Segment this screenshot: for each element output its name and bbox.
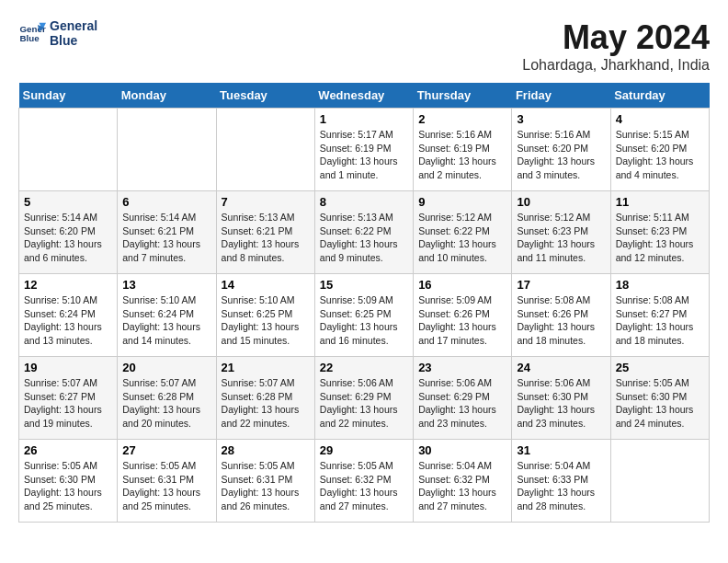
- calendar-cell: 9Sunrise: 5:12 AMSunset: 6:22 PMDaylight…: [414, 191, 512, 274]
- day-info: Sunrise: 5:08 AMSunset: 6:27 PMDaylight:…: [616, 293, 704, 348]
- logo-icon: General Blue: [18, 19, 46, 47]
- weekday-header: Saturday: [610, 83, 709, 109]
- logo: General Blue General Blue: [18, 18, 97, 48]
- day-number: 3: [517, 112, 605, 126]
- calendar-cell: 13Sunrise: 5:10 AMSunset: 6:24 PMDayligh…: [118, 274, 216, 357]
- day-number: 24: [517, 361, 605, 374]
- day-number: 30: [418, 443, 506, 457]
- day-number: 13: [122, 278, 210, 292]
- day-info: Sunrise: 5:10 AMSunset: 6:24 PMDaylight:…: [122, 293, 210, 348]
- day-info: Sunrise: 5:15 AMSunset: 6:20 PMDaylight:…: [616, 128, 704, 182]
- calendar-week-row: 19Sunrise: 5:07 AMSunset: 6:27 PMDayligh…: [19, 357, 710, 440]
- day-info: Sunrise: 5:08 AMSunset: 6:26 PMDaylight:…: [517, 293, 605, 348]
- day-info: Sunrise: 5:12 AMSunset: 6:23 PMDaylight:…: [517, 211, 605, 265]
- calendar-cell: 31Sunrise: 5:04 AMSunset: 6:33 PMDayligh…: [512, 440, 610, 523]
- day-info: Sunrise: 5:06 AMSunset: 6:29 PMDaylight:…: [418, 376, 506, 431]
- day-info: Sunrise: 5:14 AMSunset: 6:21 PMDaylight:…: [122, 211, 210, 265]
- calendar-cell: 17Sunrise: 5:08 AMSunset: 6:26 PMDayligh…: [512, 274, 610, 357]
- day-number: 15: [320, 278, 408, 292]
- calendar-cell: 25Sunrise: 5:05 AMSunset: 6:30 PMDayligh…: [610, 357, 709, 440]
- day-number: 21: [222, 361, 310, 374]
- day-number: 8: [320, 195, 408, 209]
- calendar-cell: 8Sunrise: 5:13 AMSunset: 6:22 PMDaylight…: [314, 191, 413, 274]
- calendar-cell: 2Sunrise: 5:16 AMSunset: 6:19 PMDaylight…: [414, 109, 512, 191]
- day-number: 26: [24, 443, 112, 457]
- day-number: 7: [222, 195, 310, 209]
- calendar-cell: 22Sunrise: 5:06 AMSunset: 6:29 PMDayligh…: [314, 357, 413, 440]
- weekday-header: Tuesday: [216, 83, 314, 109]
- day-info: Sunrise: 5:13 AMSunset: 6:22 PMDaylight:…: [320, 211, 408, 265]
- subtitle: Lohardaga, Jharkhand, India: [522, 57, 710, 74]
- calendar-cell: [216, 109, 314, 191]
- day-number: 19: [24, 361, 112, 374]
- calendar-cell: [610, 440, 709, 523]
- calendar-cell: 27Sunrise: 5:05 AMSunset: 6:31 PMDayligh…: [118, 440, 216, 523]
- calendar-cell: 14Sunrise: 5:10 AMSunset: 6:25 PMDayligh…: [216, 274, 314, 357]
- logo-blue: Blue: [50, 33, 97, 48]
- calendar-cell: 7Sunrise: 5:13 AMSunset: 6:21 PMDaylight…: [216, 191, 314, 274]
- day-number: 10: [517, 195, 605, 209]
- calendar-cell: 29Sunrise: 5:05 AMSunset: 6:32 PMDayligh…: [314, 440, 413, 523]
- day-number: 6: [122, 195, 210, 209]
- day-number: 2: [418, 112, 506, 126]
- day-number: 14: [222, 278, 310, 292]
- day-number: 22: [320, 361, 408, 374]
- day-number: 11: [616, 195, 704, 209]
- calendar-cell: 10Sunrise: 5:12 AMSunset: 6:23 PMDayligh…: [512, 191, 610, 274]
- calendar-week-row: 26Sunrise: 5:05 AMSunset: 6:30 PMDayligh…: [19, 440, 710, 523]
- calendar-cell: 3Sunrise: 5:16 AMSunset: 6:20 PMDaylight…: [512, 109, 610, 191]
- day-info: Sunrise: 5:07 AMSunset: 6:27 PMDaylight:…: [24, 376, 112, 431]
- day-info: Sunrise: 5:05 AMSunset: 6:31 PMDaylight:…: [122, 459, 210, 513]
- day-info: Sunrise: 5:09 AMSunset: 6:26 PMDaylight:…: [418, 293, 506, 348]
- day-info: Sunrise: 5:05 AMSunset: 6:30 PMDaylight:…: [24, 459, 112, 513]
- day-number: 25: [616, 361, 704, 374]
- weekday-header: Sunday: [19, 83, 118, 109]
- calendar-cell: 21Sunrise: 5:07 AMSunset: 6:28 PMDayligh…: [216, 357, 314, 440]
- calendar-cell: 15Sunrise: 5:09 AMSunset: 6:25 PMDayligh…: [314, 274, 413, 357]
- calendar-cell: 5Sunrise: 5:14 AMSunset: 6:20 PMDaylight…: [19, 191, 118, 274]
- day-number: 17: [517, 278, 605, 292]
- day-info: Sunrise: 5:16 AMSunset: 6:20 PMDaylight:…: [517, 128, 605, 182]
- day-info: Sunrise: 5:04 AMSunset: 6:32 PMDaylight:…: [418, 459, 506, 513]
- day-number: 12: [24, 278, 112, 292]
- calendar-cell: 26Sunrise: 5:05 AMSunset: 6:30 PMDayligh…: [19, 440, 118, 523]
- header: General Blue General Blue May 2024 Lohar…: [18, 18, 710, 74]
- calendar-cell: 23Sunrise: 5:06 AMSunset: 6:29 PMDayligh…: [414, 357, 512, 440]
- day-number: 18: [616, 278, 704, 292]
- calendar-cell: 4Sunrise: 5:15 AMSunset: 6:20 PMDaylight…: [610, 109, 709, 191]
- day-info: Sunrise: 5:12 AMSunset: 6:22 PMDaylight:…: [418, 211, 506, 265]
- day-number: 4: [616, 112, 704, 126]
- day-number: 1: [320, 112, 408, 126]
- calendar-cell: 16Sunrise: 5:09 AMSunset: 6:26 PMDayligh…: [414, 274, 512, 357]
- logo-general: General: [50, 18, 97, 33]
- day-info: Sunrise: 5:06 AMSunset: 6:30 PMDaylight:…: [517, 376, 605, 431]
- calendar-cell: 18Sunrise: 5:08 AMSunset: 6:27 PMDayligh…: [610, 274, 709, 357]
- calendar-cell: 11Sunrise: 5:11 AMSunset: 6:23 PMDayligh…: [610, 191, 709, 274]
- day-info: Sunrise: 5:17 AMSunset: 6:19 PMDaylight:…: [320, 128, 408, 182]
- day-info: Sunrise: 5:05 AMSunset: 6:32 PMDaylight:…: [320, 459, 408, 513]
- calendar-week-row: 12Sunrise: 5:10 AMSunset: 6:24 PMDayligh…: [19, 274, 710, 357]
- weekday-header-row: SundayMondayTuesdayWednesdayThursdayFrid…: [19, 83, 710, 109]
- day-number: 31: [517, 443, 605, 457]
- day-info: Sunrise: 5:13 AMSunset: 6:21 PMDaylight:…: [222, 211, 310, 265]
- calendar-cell: 1Sunrise: 5:17 AMSunset: 6:19 PMDaylight…: [314, 109, 413, 191]
- day-number: 16: [418, 278, 506, 292]
- day-info: Sunrise: 5:07 AMSunset: 6:28 PMDaylight:…: [122, 376, 210, 431]
- calendar-table: SundayMondayTuesdayWednesdayThursdayFrid…: [18, 83, 710, 523]
- day-info: Sunrise: 5:05 AMSunset: 6:31 PMDaylight:…: [222, 459, 310, 513]
- calendar-cell: 28Sunrise: 5:05 AMSunset: 6:31 PMDayligh…: [216, 440, 314, 523]
- day-number: 27: [122, 443, 210, 457]
- day-number: 20: [122, 361, 210, 374]
- main-title: May 2024: [522, 18, 710, 57]
- calendar-week-row: 5Sunrise: 5:14 AMSunset: 6:20 PMDaylight…: [19, 191, 710, 274]
- day-info: Sunrise: 5:14 AMSunset: 6:20 PMDaylight:…: [24, 211, 112, 265]
- calendar-cell: 20Sunrise: 5:07 AMSunset: 6:28 PMDayligh…: [118, 357, 216, 440]
- day-info: Sunrise: 5:05 AMSunset: 6:30 PMDaylight:…: [616, 376, 704, 431]
- day-number: 9: [418, 195, 506, 209]
- calendar-cell: [19, 109, 118, 191]
- calendar-cell: [118, 109, 216, 191]
- calendar-cell: 24Sunrise: 5:06 AMSunset: 6:30 PMDayligh…: [512, 357, 610, 440]
- day-info: Sunrise: 5:11 AMSunset: 6:23 PMDaylight:…: [616, 211, 704, 265]
- weekday-header: Monday: [118, 83, 216, 109]
- day-info: Sunrise: 5:10 AMSunset: 6:24 PMDaylight:…: [24, 293, 112, 348]
